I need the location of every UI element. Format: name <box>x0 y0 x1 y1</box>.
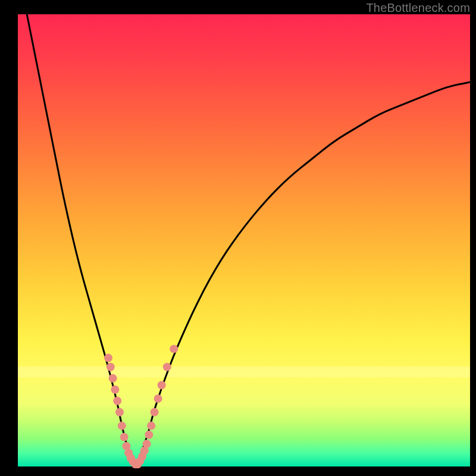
data-marker <box>109 374 117 383</box>
data-marker <box>145 431 153 439</box>
chart-frame: TheBottleneck.com <box>0 0 476 476</box>
data-marker <box>143 440 151 448</box>
data-marker <box>147 422 155 430</box>
watermark-text: TheBottleneck.com <box>366 1 470 15</box>
data-marker <box>113 397 121 405</box>
data-marker <box>115 408 124 416</box>
curve-bottleneck-curve-right <box>136 82 470 466</box>
data-marker <box>158 381 166 389</box>
data-marker <box>151 408 159 416</box>
marker-group <box>104 345 178 468</box>
data-marker <box>107 363 115 371</box>
data-marker <box>163 363 171 371</box>
data-marker <box>118 422 126 430</box>
data-marker <box>111 386 119 394</box>
data-marker <box>104 354 112 362</box>
data-marker <box>154 394 162 403</box>
plot-area <box>18 14 470 466</box>
chart-svg <box>18 14 470 466</box>
data-marker <box>120 433 129 441</box>
data-marker <box>170 345 178 353</box>
curve-group <box>27 14 470 466</box>
